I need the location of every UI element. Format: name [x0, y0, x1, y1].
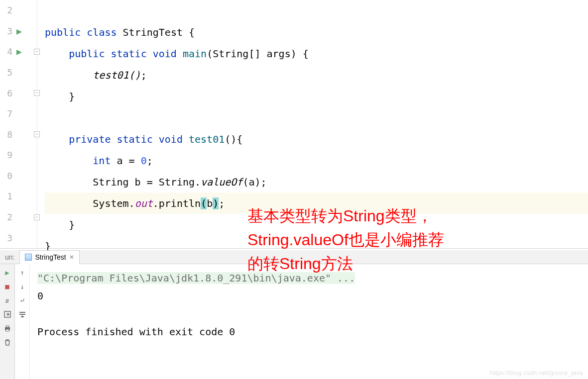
code-line[interactable]: } — [45, 86, 588, 107]
line-number: 3 — [2, 26, 12, 36]
line-number: 0 — [2, 171, 12, 181]
line-number: 9 — [2, 150, 12, 160]
layout-icon[interactable]: ⇵ — [3, 296, 12, 305]
line-number: 1 — [2, 191, 12, 201]
svg-rect-3 — [6, 329, 9, 331]
code-line[interactable]: public static void main(String[] args) { — [45, 43, 588, 64]
console-output[interactable]: "C:\Program Files\Java\jdk1.8.0_291\bin\… — [30, 264, 588, 379]
up-arrow-icon[interactable]: ↑ — [18, 268, 27, 277]
code-line[interactable]: public class StringTest { — [45, 21, 588, 43]
run-panel-header: un: StringTest ✕ — [0, 250, 588, 264]
run-toolbar-primary: ▶ ■ ⇵ — [0, 264, 15, 379]
run-toolbar-secondary: ↑ ↓ ⤶ — [15, 264, 30, 379]
code-line[interactable]: String b = String.valueOf(a); — [45, 171, 588, 192]
line-number: 5 — [2, 67, 12, 78]
code-line-highlighted[interactable]: System.out.println(b); — [45, 192, 588, 214]
code-line[interactable]: } — [45, 214, 588, 235]
soft-wrap-icon[interactable]: ⤶ — [18, 296, 27, 305]
console-command: "C:\Program Files\Java\jdk1.8.0_291\bin\… — [37, 272, 355, 284]
code-line[interactable]: private static void test01(){ — [45, 128, 588, 150]
line-number: 7 — [2, 108, 12, 119]
stop-icon[interactable]: ■ — [3, 282, 12, 291]
rerun-icon[interactable]: ▶ — [3, 268, 12, 277]
run-config-tab-name: StringTest — [35, 253, 66, 261]
console-exit-message: Process finished with exit code 0 — [37, 323, 581, 341]
code-line[interactable]: test01(); — [45, 64, 588, 86]
svg-rect-5 — [19, 314, 25, 315]
line-number: 4 — [2, 46, 12, 57]
run-panel-label: un: — [0, 253, 19, 261]
code-line[interactable]: int a = 0; — [45, 150, 588, 171]
watermark-text: https://blog.csdn.net/guorui_java — [490, 369, 583, 377]
run-panel-body: ▶ ■ ⇵ ↑ ↓ ⤶ "C:\Program Files\Java\jdk1.… — [0, 264, 588, 379]
code-content[interactable]: public class StringTest { public static … — [37, 0, 588, 248]
line-number: 6 — [2, 88, 12, 98]
exit-icon[interactable] — [3, 310, 12, 319]
code-line[interactable] — [45, 107, 588, 128]
down-arrow-icon[interactable]: ↓ — [18, 282, 27, 291]
delete-icon[interactable] — [3, 338, 12, 347]
line-number: 8 — [2, 129, 12, 140]
print-icon[interactable] — [3, 324, 12, 333]
run-gutter-icon[interactable]: ▶ — [16, 26, 22, 36]
scroll-to-end-icon[interactable] — [18, 310, 27, 319]
line-number: 2 — [2, 5, 12, 15]
svg-rect-2 — [6, 326, 9, 327]
editor-gutter: 2 3 ▶ 4 ▶ − 5 6− 7 8− 9 0 1 2− 3 — [0, 0, 37, 248]
run-config-tab[interactable]: StringTest ✕ — [19, 250, 79, 264]
close-tab-icon[interactable]: ✕ — [69, 254, 74, 261]
code-editor[interactable]: 2 3 ▶ 4 ▶ − 5 6− 7 8− 9 0 1 2− 3 public … — [0, 0, 588, 249]
code-line[interactable] — [45, 0, 588, 21]
run-config-icon — [25, 254, 32, 261]
line-number: 3 — [2, 233, 12, 243]
console-stdout: 0 — [37, 287, 581, 305]
svg-rect-4 — [19, 312, 25, 313]
run-gutter-icon[interactable]: ▶ — [16, 46, 22, 57]
line-number: 2 — [2, 212, 12, 222]
